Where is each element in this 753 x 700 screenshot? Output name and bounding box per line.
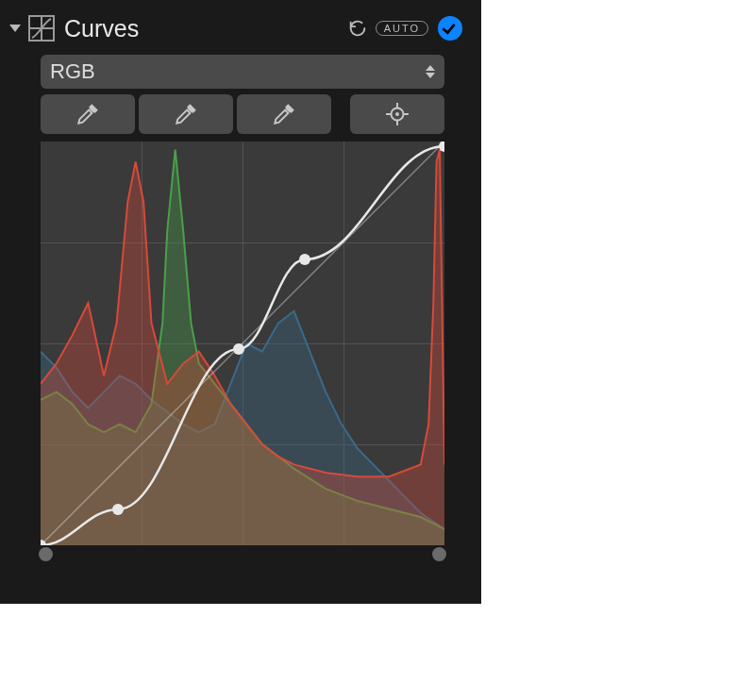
eyedropper-icon bbox=[272, 102, 296, 126]
black-point-slider[interactable] bbox=[39, 547, 53, 561]
disclosure-triangle-icon[interactable] bbox=[9, 25, 21, 32]
curves-graph[interactable] bbox=[41, 142, 444, 545]
add-point-button[interactable] bbox=[350, 94, 444, 134]
auto-button[interactable]: AUTO bbox=[376, 21, 428, 36]
curves-icon bbox=[28, 15, 55, 42]
curves-header: Curves AUTO bbox=[9, 9, 462, 47]
eyedropper-icon bbox=[174, 102, 198, 126]
svg-point-1 bbox=[395, 112, 399, 116]
chevron-up-down-icon bbox=[426, 65, 435, 78]
eyedropper-tool-row bbox=[41, 94, 444, 134]
curve-control-point[interactable] bbox=[439, 142, 444, 152]
panel-title: Curves bbox=[64, 15, 347, 42]
enabled-checkmark-icon[interactable] bbox=[438, 16, 462, 41]
white-point-slider[interactable] bbox=[432, 547, 446, 561]
reset-icon[interactable] bbox=[347, 18, 368, 39]
eyedropper-icon bbox=[75, 102, 100, 126]
curve-control-point[interactable] bbox=[233, 343, 244, 355]
channel-select[interactable]: RGB bbox=[41, 55, 444, 89]
channel-select-value: RGB bbox=[50, 59, 95, 84]
black-point-button[interactable] bbox=[41, 94, 135, 134]
white-point-button[interactable] bbox=[237, 94, 331, 134]
curve-control-point[interactable] bbox=[112, 504, 124, 515]
curve-control-point[interactable] bbox=[299, 254, 310, 265]
curves-panel: Curves AUTO RGB bbox=[0, 0, 481, 604]
gray-point-button[interactable] bbox=[139, 94, 233, 134]
curve-svg bbox=[41, 142, 444, 545]
target-icon bbox=[385, 102, 410, 126]
